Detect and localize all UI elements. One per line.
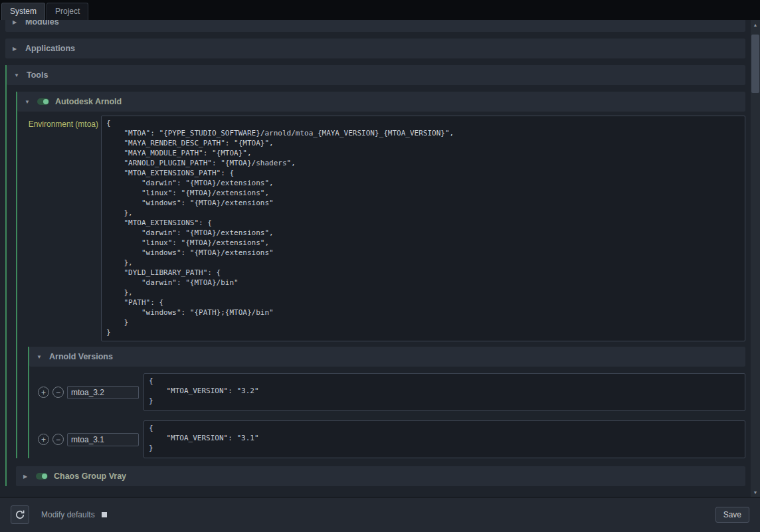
environment-json-editor[interactable]: { "MTOA": "{PYPE_STUDIO_SOFTWARE}/arnold… bbox=[101, 116, 745, 341]
arrow-collapsed-icon: ▶ bbox=[13, 20, 19, 25]
version-name-input[interactable] bbox=[67, 386, 139, 399]
scrollbar-track[interactable] bbox=[751, 29, 760, 488]
arrow-collapsed-icon: ▶ bbox=[23, 474, 30, 480]
version-name-input[interactable] bbox=[67, 433, 139, 446]
version-json-editor[interactable]: { "MTOA_VERSION": "3.1" } bbox=[143, 420, 745, 458]
tab-project[interactable]: Project bbox=[47, 3, 88, 20]
refresh-icon bbox=[15, 509, 25, 520]
section-header-tools[interactable]: ▼ Tools bbox=[7, 65, 745, 85]
version-row: + − { "MTOA_VERSION": "3.2" } bbox=[38, 373, 745, 411]
tab-system[interactable]: System bbox=[1, 3, 45, 20]
tool-enabled-toggle[interactable] bbox=[36, 473, 48, 480]
section-header-autodesk-arnold[interactable]: ▼ Autodesk Arnold bbox=[17, 92, 745, 112]
modify-defaults-label: Modify defaults bbox=[41, 510, 95, 519]
section-applications: ▶ Applications bbox=[5, 39, 745, 58]
modify-defaults-checkbox[interactable] bbox=[102, 512, 107, 517]
arrow-collapsed-icon: ▶ bbox=[13, 46, 19, 52]
footer-bar: Modify defaults Save bbox=[0, 497, 760, 532]
section-autodesk-arnold: ▼ Autodesk Arnold Environment (mtoa) { "… bbox=[16, 92, 745, 458]
arrow-expanded-icon: ▼ bbox=[37, 354, 43, 360]
remove-version-button[interactable]: − bbox=[52, 434, 64, 445]
version-row: + − { "MTOA_VERSION": "3.1" } bbox=[38, 420, 745, 458]
section-header-applications[interactable]: ▶ Applications bbox=[5, 39, 745, 58]
version-json-editor[interactable]: { "MTOA_VERSION": "3.2" } bbox=[143, 373, 745, 411]
section-arnold-versions: ▼ Arnold Versions + − { "MTOA_VERSION": … bbox=[28, 347, 745, 458]
modify-defaults: Modify defaults bbox=[41, 510, 107, 519]
section-title-applications: Applications bbox=[25, 44, 75, 53]
remove-version-button[interactable]: − bbox=[52, 387, 64, 398]
arrow-expanded-icon: ▼ bbox=[25, 99, 31, 105]
section-title-arnold-versions: Arnold Versions bbox=[49, 352, 113, 361]
scroll-down-icon: ▼ bbox=[753, 490, 758, 495]
section-tools: ▼ Tools ▼ Autodesk Arnold Environment (m… bbox=[5, 65, 745, 486]
tool-enabled-toggle[interactable] bbox=[37, 98, 49, 105]
environment-row: Environment (mtoa) { "MTOA": "{PYPE_STUD… bbox=[21, 116, 745, 341]
settings-body: ▶ Modules ▶ Applications ▼ Tools bbox=[0, 20, 760, 497]
section-title-chaos-group-vray: Chaos Group Vray bbox=[54, 472, 126, 481]
section-title-modules: Modules bbox=[25, 20, 59, 27]
section-header-chaos-group-vray[interactable]: ▶ Chaos Group Vray bbox=[16, 466, 745, 486]
arrow-expanded-icon: ▼ bbox=[14, 72, 21, 78]
scroll-up-icon: ▲ bbox=[753, 23, 758, 27]
save-button[interactable]: Save bbox=[715, 507, 749, 523]
scroll-down-button[interactable]: ▼ bbox=[751, 488, 760, 497]
environment-label: Environment (mtoa) bbox=[21, 116, 98, 341]
refresh-button[interactable] bbox=[11, 505, 29, 524]
settings-scroll-area: ▶ Modules ▶ Applications ▼ Tools bbox=[0, 20, 751, 497]
section-title-tools: Tools bbox=[27, 70, 48, 80]
section-header-modules[interactable]: ▶ Modules bbox=[5, 20, 745, 32]
section-title-autodesk-arnold: Autodesk Arnold bbox=[55, 97, 122, 106]
section-header-arnold-versions[interactable]: ▼ Arnold Versions bbox=[29, 347, 745, 367]
scrollbar-thumb[interactable] bbox=[751, 35, 759, 93]
scroll-up-button[interactable]: ▲ bbox=[751, 20, 760, 29]
section-modules: ▶ Modules bbox=[5, 20, 745, 32]
settings-window: System Project ▶ Modules ▶ Applications bbox=[0, 0, 760, 532]
add-version-button[interactable]: + bbox=[38, 387, 49, 398]
tab-bar: System Project bbox=[0, 0, 760, 20]
add-version-button[interactable]: + bbox=[38, 434, 49, 445]
vertical-scrollbar[interactable]: ▲ ▼ bbox=[751, 20, 760, 497]
